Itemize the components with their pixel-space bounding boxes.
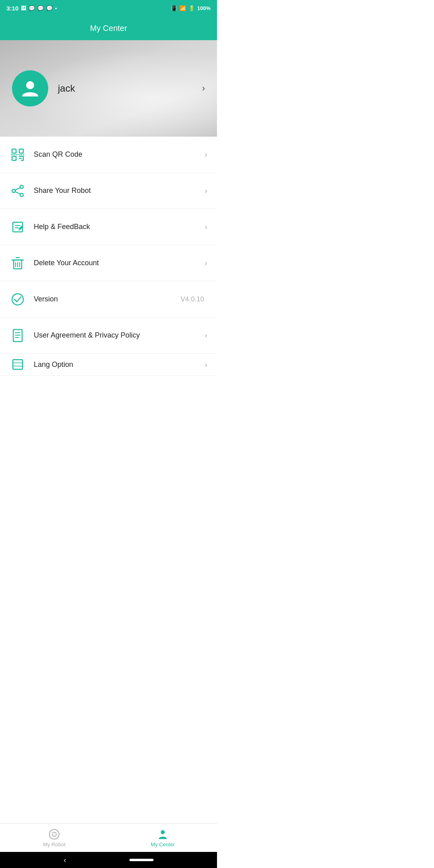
page-header: My Center — [0, 16, 217, 40]
battery-icon: 🔋 — [188, 5, 195, 11]
battery-percent: 100% — [197, 5, 211, 11]
svg-line-13 — [15, 192, 20, 194]
user-name: jack — [58, 83, 192, 94]
share-robot-icon-wrap — [10, 183, 26, 199]
scan-qr-chevron-icon: › — [205, 150, 207, 159]
lang-option-icon-wrap — [10, 356, 26, 373]
user-agreement-label: User Agreement & Privacy Policy — [34, 331, 197, 340]
dot-icon: • — [55, 5, 57, 11]
version-label: Version — [34, 295, 172, 303]
status-bar-right: 📳 📶 🔋 100% — [171, 5, 211, 11]
svg-point-11 — [20, 193, 23, 197]
wifi-icon: 📶 — [180, 5, 186, 11]
help-feedback-icon-wrap — [10, 219, 26, 235]
svg-point-24 — [12, 294, 23, 305]
delete-account-chevron-icon: › — [205, 258, 207, 268]
menu-item-lang-option[interactable]: Lang Option › — [0, 354, 217, 376]
chat3-icon: 💬 — [46, 5, 53, 11]
menu-item-delete-account[interactable]: Delete Your Account › — [0, 245, 217, 281]
svg-point-10 — [12, 189, 15, 192]
status-bar-left: 3:10 🖼 💬 💬 💬 • — [6, 5, 57, 12]
delete-account-icon-wrap — [10, 255, 26, 271]
hero-banner[interactable]: jack › — [0, 40, 217, 137]
scan-qr-icon-wrap — [10, 147, 26, 163]
trash-icon — [10, 256, 25, 270]
menu-item-share-robot[interactable]: Share Your Robot › — [0, 173, 217, 209]
share-robot-chevron-icon: › — [205, 186, 207, 195]
checkmark-circle-icon — [10, 292, 25, 307]
scan-qr-label: Scan QR Code — [34, 150, 197, 159]
menu-item-scan-qr[interactable]: Scan QR Code › — [0, 137, 217, 173]
menu-item-help-feedback[interactable]: Help & FeedBack › — [0, 209, 217, 245]
svg-rect-29 — [13, 360, 23, 369]
help-feedback-chevron-icon: › — [205, 222, 207, 231]
hero-content: jack › — [12, 70, 205, 106]
svg-rect-2 — [19, 149, 23, 153]
document-icon — [10, 328, 25, 343]
chat1-icon: 💬 — [29, 5, 35, 11]
lang-option-label: Lang Option — [34, 360, 197, 369]
globe-icon — [10, 357, 25, 372]
photo-icon: 🖼 — [21, 5, 26, 11]
avatar-icon — [20, 78, 41, 99]
user-agreement-icon-wrap — [10, 328, 26, 344]
menu-list: Scan QR Code › Share Your Robot › — [0, 137, 217, 376]
user-agreement-chevron-icon: › — [205, 331, 207, 340]
hero-chevron-icon: › — [202, 83, 205, 94]
header-title: My Center — [90, 24, 127, 33]
share-icon — [10, 184, 25, 198]
svg-line-17 — [19, 229, 19, 230]
svg-rect-3 — [12, 156, 16, 160]
share-robot-label: Share Your Robot — [34, 186, 197, 195]
help-feedback-label: Help & FeedBack — [34, 223, 197, 231]
vibrate-icon: 📳 — [171, 5, 177, 11]
menu-item-version: Version V4.0.10 — [0, 281, 217, 317]
avatar[interactable] — [12, 70, 48, 106]
svg-line-12 — [15, 188, 20, 190]
scan-qr-icon — [10, 147, 25, 162]
edit-icon — [10, 220, 25, 234]
version-icon-wrap — [10, 291, 26, 307]
status-bar: 3:10 🖼 💬 💬 💬 • 📳 📶 🔋 100% — [0, 0, 217, 16]
chat2-icon: 💬 — [37, 5, 44, 11]
status-time: 3:10 — [6, 5, 18, 12]
version-value: V4.0.10 — [180, 295, 204, 303]
svg-point-0 — [26, 81, 34, 89]
delete-account-label: Delete Your Account — [34, 259, 197, 267]
svg-rect-1 — [12, 149, 16, 153]
lang-option-chevron-icon: › — [205, 360, 207, 369]
svg-point-9 — [20, 185, 23, 188]
menu-item-user-agreement[interactable]: User Agreement & Privacy Policy › — [0, 317, 217, 354]
